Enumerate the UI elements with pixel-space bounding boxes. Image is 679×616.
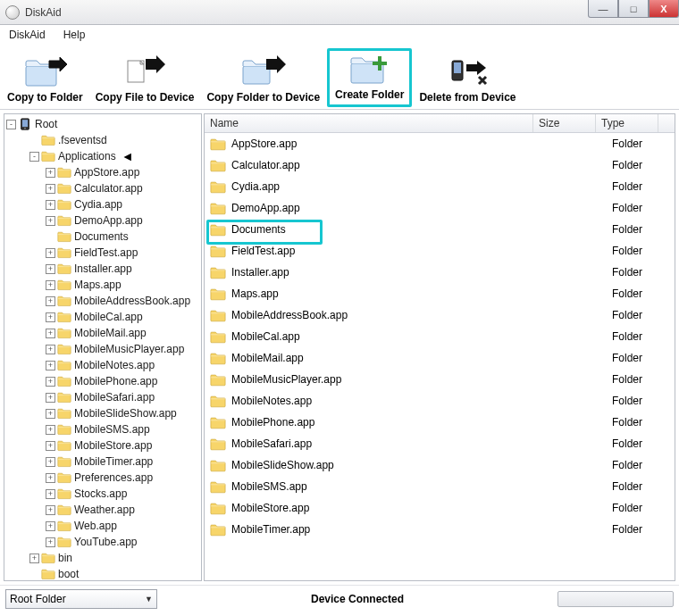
combo-value: Root Folder (10, 593, 66, 605)
folder-icon (57, 536, 71, 548)
list-row[interactable]: MobileTimer.app Folder (205, 519, 675, 540)
tree-item[interactable]: + MobileTimer.app (6, 454, 201, 470)
expander-icon[interactable]: + (46, 184, 55, 194)
tree-item[interactable]: + MobileStore.app (6, 437, 201, 454)
expander-icon[interactable]: + (46, 200, 55, 210)
list-row[interactable]: MobileNotes.app Folder (205, 390, 675, 412)
tree-item[interactable]: + Maps.app (6, 277, 201, 293)
tree-item[interactable]: + Preferences.app (6, 470, 201, 486)
expander-icon[interactable]: - (6, 120, 16, 129)
list-row[interactable]: MobileMail.app Folder (205, 347, 675, 369)
list-body[interactable]: AppStore.app Folder Calculator.app Folde… (205, 133, 675, 580)
tree-item[interactable]: .fseventsd (6, 132, 201, 148)
expander-icon[interactable]: + (46, 505, 55, 515)
expander-icon[interactable]: + (46, 537, 55, 547)
col-name[interactable]: Name (205, 114, 533, 132)
expander-icon[interactable]: + (46, 216, 55, 226)
tree-label: .fseventsd (58, 134, 107, 146)
tree-item[interactable]: + MobileNotes.app (6, 357, 201, 373)
toolbar-copy-file-to-device[interactable]: Copy File to Device (90, 54, 200, 107)
tree-item[interactable]: Documents (6, 229, 201, 245)
root-folder-combo[interactable]: Root Folder ▼ (5, 589, 157, 609)
col-size[interactable]: Size (533, 114, 596, 132)
expander-icon[interactable]: - (29, 152, 39, 162)
tree-item[interactable]: + MobilePhone.app (6, 373, 201, 389)
folder-icon (210, 373, 226, 387)
list-row[interactable]: DemoApp.app Folder (205, 197, 675, 219)
folder-icon (210, 202, 226, 215)
row-type: Folder (612, 502, 675, 514)
expander-icon[interactable]: + (46, 521, 55, 531)
expander-icon[interactable]: + (46, 457, 55, 467)
list-row[interactable]: MobileSMS.app Folder (205, 476, 675, 497)
expander-icon[interactable]: + (46, 441, 55, 451)
menu-help[interactable]: Help (60, 27, 89, 43)
expander-icon[interactable]: + (46, 489, 55, 499)
expander-icon[interactable]: + (46, 280, 55, 290)
col-type[interactable]: Type (596, 114, 658, 132)
list-row[interactable]: Calculator.app Folder (205, 154, 675, 176)
tree-item[interactable]: + MobileSMS.app (6, 421, 201, 437)
tree-item[interactable]: + DemoApp.app (6, 212, 201, 229)
maximize-button[interactable]: □ (618, 0, 649, 18)
list-row[interactable]: FieldTest.app Folder (205, 240, 675, 262)
list-row[interactable]: MobileSafari.app Folder (205, 433, 675, 454)
tree-item[interactable]: + MobileSafari.app (6, 389, 201, 405)
expander-icon[interactable]: + (46, 473, 55, 483)
expander-icon[interactable]: + (46, 425, 55, 435)
folder-icon (210, 437, 226, 451)
tree-item[interactable]: - Applications◄ (6, 148, 201, 164)
tree-item[interactable]: + MobileMusicPlayer.app (6, 341, 201, 357)
expander-icon[interactable]: + (46, 312, 55, 322)
tree-item[interactable]: + YouTube.app (6, 534, 201, 550)
close-button[interactable]: X (649, 0, 679, 18)
expander-icon[interactable]: + (46, 264, 55, 274)
expander-icon[interactable]: + (46, 393, 55, 403)
tree-item[interactable]: + Installer.app (6, 261, 201, 277)
list-row[interactable]: MobileAddressBook.app Folder (205, 304, 675, 326)
tree-item[interactable]: + Weather.app (6, 502, 201, 518)
expander-icon[interactable]: + (46, 296, 55, 306)
expander-icon[interactable]: + (29, 554, 39, 563)
list-row[interactable]: Documents Folder (205, 219, 675, 240)
toolbar-copy-folder-to-device[interactable]: Copy Folder to Device (201, 54, 325, 107)
list-row[interactable]: AppStore.app Folder (205, 133, 675, 154)
tree-item[interactable]: + MobileMail.app (6, 325, 201, 341)
expander-icon[interactable]: + (46, 377, 55, 387)
minimize-button[interactable]: — (588, 0, 618, 18)
menu-diskaid[interactable]: DiskAid (5, 27, 49, 43)
list-row[interactable]: Installer.app Folder (205, 262, 675, 283)
tree-item[interactable]: + MobileAddressBook.app (6, 293, 201, 309)
tree-item[interactable]: + FieldTest.app (6, 245, 201, 261)
tree-item[interactable]: + bin (6, 550, 201, 566)
expander-icon[interactable]: + (46, 361, 55, 370)
tree-item[interactable]: + MobileSlideShow.app (6, 405, 201, 421)
expander-icon[interactable]: + (46, 409, 55, 419)
tree-item[interactable]: + MobileCal.app (6, 309, 201, 325)
expander-icon[interactable]: + (46, 345, 55, 354)
tree-root[interactable]: - Root (6, 116, 201, 132)
list-row[interactable]: Cydia.app Folder (205, 176, 675, 197)
toolbar-delete-from-device[interactable]: Delete from Device (414, 54, 521, 107)
toolbar-create-folder[interactable]: Create Folder (327, 48, 412, 107)
list-row[interactable]: MobileSlideShow.app Folder (205, 454, 675, 476)
folder-icon (210, 395, 226, 408)
tree-label: Cydia.app (74, 198, 122, 211)
list-row[interactable]: MobileMusicPlayer.app Folder (205, 369, 675, 390)
list-row[interactable]: MobileStore.app Folder (205, 497, 675, 519)
list-row[interactable]: MobilePhone.app Folder (205, 412, 675, 433)
list-row[interactable]: Maps.app Folder (205, 283, 675, 304)
tree-item[interactable]: + Stocks.app (6, 486, 201, 502)
tree-item[interactable]: + Web.app (6, 518, 201, 534)
tree-item[interactable]: boot (6, 566, 201, 580)
tree-item[interactable]: + AppStore.app (6, 164, 201, 180)
expander-icon[interactable]: + (46, 329, 55, 338)
tree-scroll[interactable]: - Root .fseventsd- Applications◄+ AppSto… (4, 114, 201, 580)
tree-item[interactable]: + Calculator.app (6, 180, 201, 196)
toolbar-copy-to-folder[interactable]: Copy to Folder (2, 54, 88, 107)
row-name: Maps.app (231, 287, 549, 300)
expander-icon[interactable]: + (46, 168, 55, 178)
list-row[interactable]: MobileCal.app Folder (205, 326, 675, 347)
tree-item[interactable]: + Cydia.app (6, 196, 201, 212)
expander-icon[interactable]: + (46, 248, 55, 258)
